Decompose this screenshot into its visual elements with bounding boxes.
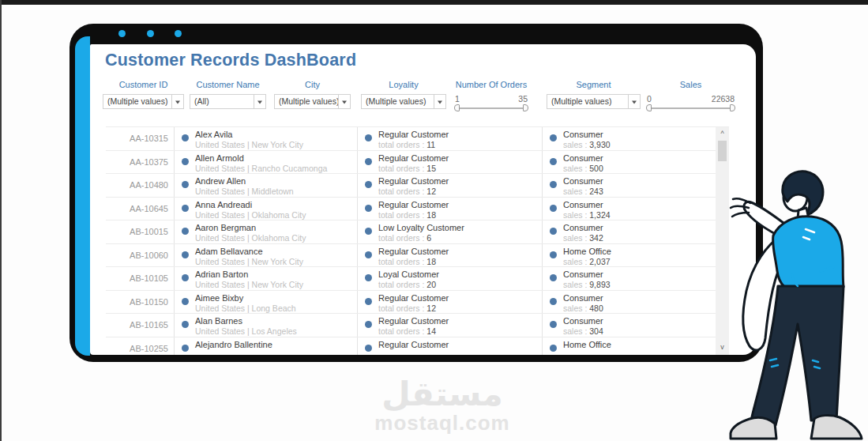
orders-value: 14 [426,326,436,336]
customer-location: United States | New York City [195,280,357,290]
slider-min-value: 0 [647,94,652,104]
loyalty-cell: Regular Customer total orders : 18 [358,244,543,267]
sales-value: 9,893 [589,280,610,289]
customer-id: AB-10255 [130,344,168,353]
table-rows: AA-10315 Alex Avila United States | New … [106,127,716,355]
loyalty-type: Regular Customer [378,176,542,187]
loyalty-cell: Regular Customer total orders : 12 [358,174,543,197]
dropdown-button[interactable] [254,95,265,108]
loyality-dropdown[interactable]: (Multiple values) [361,94,446,109]
customer-id-dropdown[interactable]: (Multiple values) [103,94,184,109]
mark-dot-icon [365,251,372,258]
segment-type: Consumer [563,270,716,280]
customer-id: AB-10150 [130,297,168,307]
sales-total: sales : 342 [563,233,716,243]
segment-type: Home Office [563,247,716,257]
filter-customer-name: Customer Name (All) [190,79,266,109]
mark-dot-icon [550,134,557,141]
table-row[interactable]: AB-10060 Adam Bellavance United States |… [106,244,716,268]
sales-label: sales : [563,187,587,196]
customer-location: United States | New York City [195,140,357,150]
table-row[interactable]: AB-10255 Alejandro Ballentine Regular Cu… [106,337,716,356]
customer-id: AA-10375 [130,157,168,167]
table-row[interactable]: AA-10315 Alex Avila United States | New … [106,127,716,151]
segment-cell: Home Office sales : 2,037 [543,244,716,267]
slider-min-handle[interactable] [454,104,460,111]
window-titlebar [70,24,763,44]
customer-name-cell: Alejandro Ballentine [175,337,358,356]
loyalty-type: Regular Customer [378,200,542,210]
mark-dot-icon [182,321,189,328]
filter-label: Number Of Orders [455,79,528,91]
customer-name: Alejandro Ballentine [195,340,357,350]
customer-id-cell: AA-10645 [106,198,175,220]
chevron-up-icon[interactable]: ^ [716,129,729,139]
table-row[interactable]: AA-10645 Anna Andreadi United States | O… [106,198,716,221]
slider-max-handle[interactable] [730,104,735,111]
sales-value: 500 [589,164,603,173]
segment-type: Consumer [563,316,716,326]
customer-id: AB-10105 [130,273,168,283]
scrollbar-thumb[interactable] [718,141,727,161]
total-orders: total orders : 12 [378,303,542,314]
window-control-dot [147,30,154,37]
orders-range-slider[interactable]: 1 35 [455,94,528,111]
customer-name-dropdown[interactable]: (All) [190,94,266,109]
table-row[interactable]: AB-10150 Aimee Bixby United States | Lon… [106,291,716,315]
watermark-arabic: مستقل [340,376,545,413]
mark-dot-icon [365,298,372,305]
loyalty-cell: Regular Customer total orders : 14 [358,314,543,337]
mark-dot-icon [182,274,189,281]
filter-city: City (Multiple values) [274,79,351,109]
customer-name-cell: Aaron Bergman United States | Oklahoma C… [175,220,358,243]
segment-cell: Consumer sales : 3,930 [543,127,716,150]
loyalty-type: Regular Customer [378,130,542,140]
dropdown-button[interactable] [628,95,640,108]
slider-track[interactable] [457,107,526,109]
filter-sales: Sales 0 22638 [647,79,735,111]
slider-min-handle[interactable] [646,104,652,111]
sales-label: sales : [563,164,587,173]
dropdown-button[interactable] [338,95,350,108]
customer-name-cell: Alan Barnes United States | Los Angeles [175,314,358,337]
dropdown-button[interactable] [171,95,183,108]
person-illustration [726,166,868,441]
orders-label: total orders : [378,257,424,266]
mark-dot-icon [365,228,372,235]
slider-track[interactable] [648,107,733,109]
slider-max-handle[interactable] [523,104,528,111]
customer-id: AA-10315 [130,134,168,143]
mark-dot-icon [365,205,372,212]
sales-label: sales : [563,257,587,266]
sales-range-slider[interactable]: 0 22638 [647,94,735,111]
segment-dropdown[interactable]: (Multiple values) [547,94,641,109]
table-row[interactable]: AB-10105 Adrian Barton United States | N… [106,267,716,291]
city-dropdown[interactable]: (Multiple values) [274,94,351,109]
sales-value: 1,324 [589,210,610,220]
segment-type: Consumer [563,293,716,303]
loyalty-type: Regular Customer [378,340,542,350]
loyalty-cell: Loyal Customer total orders : 20 [358,267,543,290]
table-row[interactable]: AB-10015 Aaron Bergman United States | O… [106,220,716,244]
segment-type: Home Office [563,340,716,350]
mark-dot-icon [182,181,189,188]
sales-value: 3,930 [589,140,610,149]
dropdown-arrow-icon [438,100,442,104]
customer-name-cell: Allen Armold United States | Rancho Cuca… [175,151,358,174]
mark-dot-icon [365,181,372,188]
table-row[interactable]: AA-10480 Andrew Allen United States | Mi… [106,174,716,198]
mark-dot-icon [182,158,189,165]
customer-name-cell: Adrian Barton United States | New York C… [175,267,358,290]
mark-dot-icon [182,298,189,305]
segment-type: Consumer [563,176,716,187]
table-row[interactable]: AA-10375 Allen Armold United States | Ra… [106,151,716,175]
customer-id-cell: AB-10015 [106,220,175,243]
total-orders: total orders : 15 [378,164,542,174]
table-row[interactable]: AB-10165 Alan Barnes United States | Los… [106,314,716,337]
orders-label: total orders : [378,326,424,336]
dropdown-button[interactable] [434,95,445,108]
segment-type: Consumer [563,223,716,233]
watermark-domain: mostaql.com [340,413,545,434]
customer-name-cell: Aimee Bixby United States | Long Beach [175,291,358,314]
sales-value: 304 [589,326,603,336]
